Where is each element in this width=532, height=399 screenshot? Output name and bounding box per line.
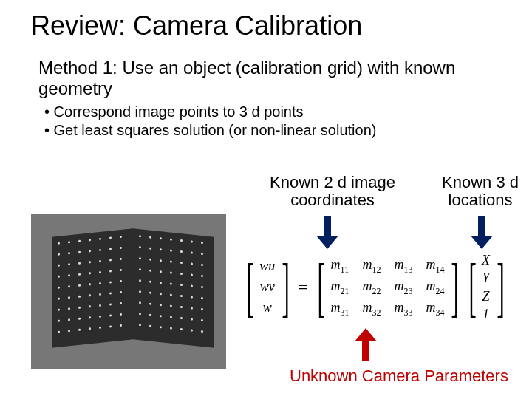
m12: m12 [362, 255, 381, 276]
arrow-down-3d [471, 216, 493, 249]
bracket-icon: ] [451, 258, 457, 317]
bracket-icon: ] [282, 258, 288, 317]
rhs-Z: Z [482, 287, 489, 305]
label-3d: Known 3 d locations [436, 174, 525, 209]
m32: m32 [362, 298, 381, 319]
lhs-r1: wu [259, 256, 275, 277]
bracket-icon: ] [497, 258, 503, 317]
label-2d-line2: coordinates [290, 191, 375, 209]
m24: m24 [426, 276, 444, 298]
m23: m23 [394, 276, 412, 298]
unknown-params-label: Unknown Camera Parameters [290, 366, 508, 386]
arrow-down-2d [316, 216, 338, 249]
rhs-1: 1 [482, 305, 489, 323]
label-3d-line1: Known 3 d [442, 173, 519, 191]
lhs-r2: wv [260, 277, 275, 298]
bullet-2: Get least squares solution (or non-linea… [44, 121, 508, 140]
m11: m11 [331, 255, 349, 276]
calibration-grid-photo [31, 214, 226, 369]
bracket-icon: [ [247, 258, 253, 317]
m14: m14 [426, 255, 444, 276]
bracket-icon: [ [468, 258, 474, 317]
m31: m31 [330, 298, 349, 319]
bullet-list: Correspond image points to 3 d points Ge… [44, 103, 508, 140]
m13: m13 [394, 255, 412, 276]
method-heading: Method 1: Use an object (calibration gri… [38, 58, 508, 98]
arrow-up-unknown [355, 328, 377, 361]
equals-sign: = [294, 278, 312, 297]
lhs-r3: w [263, 298, 272, 318]
m34: m34 [426, 298, 444, 319]
label-2d: Known 2 d image coordinates [259, 174, 406, 209]
projection-equation: [ wu wv w ] = [ m11 m21 m31 m12 m22 m32 … [241, 251, 508, 323]
m22: m22 [362, 276, 381, 298]
label-3d-line2: locations [449, 191, 513, 209]
m21: m21 [330, 276, 349, 298]
bullet-1: Correspond image points to 3 d points [44, 103, 508, 121]
label-2d-line1: Known 2 d image [270, 173, 395, 191]
bracket-icon: [ [318, 258, 324, 317]
rhs-Y: Y [482, 269, 489, 287]
rhs-X: X [482, 251, 490, 269]
m33: m33 [394, 298, 412, 319]
slide-title: Review: Camera Calibration [31, 10, 508, 41]
